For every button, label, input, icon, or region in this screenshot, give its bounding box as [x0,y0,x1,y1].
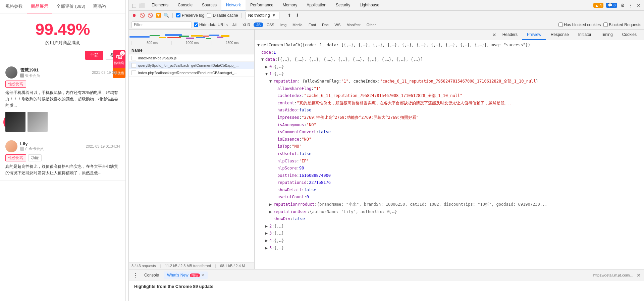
json-item-2: ▶ 2 : {,…} [257,223,641,230]
reviewer-info-2: Lily 白金卡会员 [20,141,83,151]
record-icon[interactable]: ⏺ [131,13,137,18]
all-filter-button[interactable]: 全部 [85,51,103,60]
export-icon[interactable]: ⬇ [294,13,300,18]
status-bar: 3 / 43 requests | 11.2 kB / 2.3 MB trans… [129,262,254,269]
chip-doc[interactable]: Doc [319,22,331,27]
filter-icon[interactable]: 🔽 [156,13,161,18]
reviewer-avatar-1 [5,66,17,79]
review-image-2 [28,112,48,132]
detail-tab-response[interactable]: Response [546,30,574,40]
chip-other[interactable]: Other [364,22,379,27]
chip-xhr[interactable]: XHR [240,22,253,27]
svg-rect-6 [186,38,194,39]
stop-icon[interactable]: 🚫 [140,13,145,18]
filter-input[interactable] [131,21,192,28]
tab-network[interactable]: Network [221,0,246,10]
chip-media[interactable]: Media [290,22,305,27]
json-triangle-root[interactable]: ▼ [257,42,261,49]
svg-rect-2 [159,37,166,38]
throttle-dropdown[interactable]: No throttling ▼ [245,12,280,19]
json-isAnonymous: isAnonymous : "NO" [257,121,641,129]
detail-panel: ✕ Headers Preview Response Initiator Tim… [255,30,644,269]
preserve-log-checkbox[interactable]: Preserve log [176,13,204,18]
search-icon[interactable]: 🔍 [164,13,169,18]
clear-icon[interactable]: 🚫 [148,13,153,18]
bottom-bar: ⋮ Console What's New New ✕ https://detai… [129,269,644,281]
json-reputationId: reputationId : 227158176 [257,179,641,187]
chip-js[interactable]: JS [254,22,263,27]
tab-product[interactable]: 商品咨 [89,0,110,13]
json-triangle-rep[interactable]: ▼ [269,78,273,85]
json-triangle-5[interactable]: ▶ [265,245,269,252]
svg-rect-7 [191,35,203,37]
json-triangle-repUser[interactable]: ▶ [269,208,273,216]
review-text-1: 这部手机看着可以，手机很流畅，内存还有20%的电量，吃鸡有力！！！刚收到的时候是… [5,90,120,109]
chip-all[interactable]: All [230,22,239,27]
blocked-requests-checkbox[interactable]: Blocked Requests [603,22,641,27]
tab-console[interactable]: Console [173,0,197,10]
devtools-right-icons: ▲ 4 💬 3 ⚙ ⋮ ✕ [593,3,641,8]
disable-cache-checkbox[interactable]: Disable cache [207,13,238,18]
json-nlpClass: nlpClass : "EP" [257,158,641,165]
settings-icon[interactable]: ⚙ [620,3,625,8]
detail-tab-preview[interactable]: Preview [522,30,546,40]
devtools-top-icons: ⬚ ⬜ [131,3,144,8]
json-showDetail: showDetail : false [257,187,641,194]
filter-chips: All XHR JS CSS Img Media Font Doc WS Man… [230,22,379,27]
import-icon[interactable]: ⬆ [286,13,292,18]
bottom-menu-icon[interactable]: ⋮ [131,272,140,279]
close-whatsnew-icon[interactable]: ✕ [201,273,204,278]
bottom-tab-whatsnew[interactable]: What's New New ✕ [164,271,208,279]
mobile-icon[interactable]: ⬜ [139,3,144,8]
json-root: ▼ getCommentDataCb({code: 1, data: [{,…}… [257,42,641,49]
close-devtools-icon[interactable]: ✕ [636,3,641,8]
json-triangle-repProduct[interactable]: ▶ [269,201,273,208]
close-detail-icon[interactable]: ✕ [491,32,498,38]
network-filterbar: Hide data URLs All XHR JS CSS Img Media … [129,20,644,30]
json-triangle-4[interactable]: ▶ [265,237,269,245]
net-item-0[interactable]: index-hash-be9f6a0b.js [129,54,254,62]
review-date-2: 2021-03-19 01:34:34 [86,144,120,148]
net-item-1[interactable]: queryBySpuId_for_pc?callback=getCommentD… [129,62,254,69]
review-card-2: Lily 白金卡会员 2021-03-19 01:34:34 性价比高 功能 真… [0,136,125,181]
close-bottom-icon[interactable]: ✕ [636,272,641,278]
tab-spec[interactable]: 规格参数 [1,0,27,13]
net-item-2[interactable]: index.php?callback=getRecommendProductsC… [129,69,254,77]
tab-security[interactable]: Security [331,0,355,10]
detail-tab-headers[interactable]: Headers [498,30,522,40]
detail-tab-timing[interactable]: Timing [596,30,618,40]
json-triangle-1[interactable]: ▼ [265,70,269,78]
chip-img[interactable]: Img [278,22,289,27]
detail-tab-cookies[interactable]: Cookies [618,30,641,40]
chip-ws[interactable]: WS [332,22,343,27]
tab-performance[interactable]: Performance [246,0,278,10]
json-reputationProduct: ▶ reputationProduct : {brandName: "小米", … [257,201,641,208]
chip-css[interactable]: CSS [264,22,277,27]
hide-data-urls-checkbox[interactable]: Hide data URLs [194,22,228,27]
chip-manifest[interactable]: Manifest [344,22,363,27]
filter-buttons: 全部 很快 [0,49,125,60]
blocked-cookies-checkbox[interactable]: Has blocked cookies [558,22,601,27]
chip-font[interactable]: Font [306,22,319,27]
detail-tab-initiator[interactable]: Initiator [574,30,596,40]
svg-rect-5 [179,36,189,37]
json-triangle-0[interactable]: ▶ [265,63,269,71]
badge-icon-1 [20,73,24,78]
tab-showcase[interactable]: 商品展示 [27,0,52,13]
cursor-icon[interactable]: ⬚ [131,3,137,8]
news-title: Highlights from the Chrome 89 update [134,284,639,289]
review-image-1 [5,112,25,132]
tab-elements[interactable]: Elements [147,0,173,10]
json-triangle-data[interactable]: ▼ [261,56,265,63]
tab-memory[interactable]: Memory [278,0,302,10]
more-icon[interactable]: ⋮ [628,3,633,8]
tab-reviews[interactable]: 全部评价 (383) [52,0,89,13]
json-triangle-2[interactable]: ▶ [265,223,269,230]
json-item-3: ▶ 3 : {,…} [257,230,641,237]
tab-lighthouse[interactable]: Lighthouse [355,0,384,10]
tab-application[interactable]: Application [302,0,331,10]
json-triangle-3[interactable]: ▶ [265,230,269,237]
tab-sources[interactable]: Sources [197,0,221,10]
bottom-tab-console[interactable]: Console [141,271,162,279]
review-tags-2: 性价比高 功能 [5,154,120,161]
